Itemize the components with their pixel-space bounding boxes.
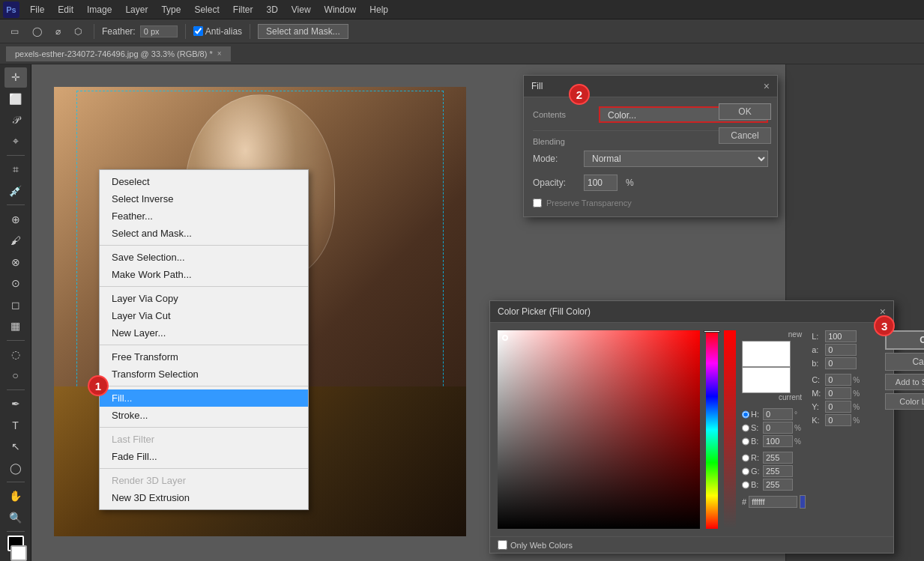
c-input[interactable]: [825, 374, 851, 386]
ctx-new-3d-extrusion[interactable]: New 3D Extrusion: [100, 489, 308, 506]
b-input[interactable]: [763, 435, 793, 447]
menu-view[interactable]: View: [286, 3, 317, 16]
tool-gradient[interactable]: ▦: [4, 316, 27, 336]
tool-eraser[interactable]: ◻: [4, 295, 27, 315]
hex-input[interactable]: [749, 496, 797, 508]
color-libraries-button[interactable]: Color Libraries: [885, 393, 924, 410]
b3-input[interactable]: [825, 357, 857, 369]
tool-background-color[interactable]: [10, 545, 27, 561]
menu-help[interactable]: Help: [363, 3, 394, 16]
alpha-bar[interactable]: [724, 330, 736, 529]
step2-indicator: 2: [569, 84, 590, 105]
preserve-label: Preserve Transparency: [546, 198, 632, 207]
ctx-deselect[interactable]: Deselect: [100, 173, 308, 190]
tool-shape-ellipse[interactable]: ◯: [28, 25, 46, 38]
mode-row: Mode: Normal: [533, 151, 768, 167]
hsb-fields: H: ° S: % B: %: [742, 408, 806, 447]
tool-move[interactable]: ✛: [4, 67, 27, 88]
b2-radio[interactable]: [742, 480, 749, 490]
ctx-transform-selection[interactable]: Transform Selection: [100, 366, 308, 383]
ctx-fill[interactable]: Fill...: [100, 389, 308, 407]
hue-bar-container[interactable]: [706, 330, 718, 529]
ctx-fade-fill[interactable]: Fade Fill...: [100, 448, 308, 465]
fill-dialog-close[interactable]: ×: [764, 80, 770, 92]
menu-filter[interactable]: Filter: [227, 3, 259, 16]
ctx-select-mask[interactable]: Select and Mask...: [100, 225, 308, 242]
r-radio[interactable]: [742, 453, 749, 463]
k-unit: %: [853, 416, 860, 425]
menu-3d[interactable]: 3D: [260, 3, 283, 16]
feather-input[interactable]: [140, 25, 178, 37]
menu-type[interactable]: Type: [155, 3, 187, 16]
anti-alias-checkbox[interactable]: [193, 26, 203, 36]
menu-window[interactable]: Window: [318, 3, 363, 16]
tool-shape[interactable]: ◯: [4, 458, 27, 478]
select-and-mask-button[interactable]: Select and Mask...: [258, 24, 348, 39]
menu-layer[interactable]: Layer: [119, 3, 154, 16]
ctx-new-layer[interactable]: New Layer...: [100, 324, 308, 342]
current-label: current: [742, 393, 806, 404]
m-input[interactable]: [825, 387, 851, 399]
tool-pen[interactable]: ✒: [4, 394, 27, 414]
tool-crop[interactable]: ⌗: [4, 160, 27, 180]
g-input[interactable]: [763, 465, 793, 477]
ctx-layer-via-cut[interactable]: Layer Via Cut: [100, 307, 308, 324]
color-spectrum-container[interactable]: [498, 330, 700, 529]
ctx-make-work-path[interactable]: Make Work Path...: [100, 266, 308, 283]
tool-history-brush[interactable]: ⊙: [4, 273, 27, 294]
tab-close-button[interactable]: ×: [217, 49, 222, 58]
opacity-input[interactable]: [584, 175, 617, 191]
tool-zoom[interactable]: 🔍: [4, 507, 27, 527]
y-input[interactable]: [825, 401, 851, 413]
tool-shape-rect[interactable]: ▭: [6, 25, 23, 38]
b-radio[interactable]: [742, 437, 749, 446]
tool-eyedropper[interactable]: 💉: [4, 181, 27, 201]
ctx-last-filter: Last Filter: [100, 431, 308, 448]
tool-dodge[interactable]: ○: [4, 366, 27, 386]
h-input[interactable]: [763, 408, 793, 420]
only-web-colors-checkbox[interactable]: [498, 540, 507, 550]
ctx-free-transform[interactable]: Free Transform: [100, 348, 308, 366]
color-picker-cancel-button[interactable]: Cancel: [885, 353, 924, 371]
context-menu: Deselect Select Inverse Feather... Selec…: [99, 169, 309, 510]
preserve-transparency-checkbox[interactable]: [533, 198, 542, 207]
tool-hand[interactable]: ✋: [4, 486, 27, 506]
opacity-row: Opacity: %: [533, 175, 768, 191]
tool-path-select[interactable]: ↖: [4, 437, 27, 457]
fill-cancel-button[interactable]: Cancel: [719, 127, 771, 144]
tool-selection-rect[interactable]: ⬜: [4, 89, 27, 109]
tool-brush[interactable]: 🖌: [4, 231, 27, 251]
menu-image[interactable]: Image: [81, 3, 118, 16]
ctx-feather[interactable]: Feather...: [100, 207, 308, 225]
menu-edit[interactable]: Edit: [52, 3, 79, 16]
tool-lasso[interactable]: ⌀: [51, 25, 65, 38]
s-input[interactable]: [763, 422, 793, 434]
mode-select[interactable]: Normal: [584, 151, 768, 167]
tool-polygon[interactable]: ⬡: [70, 25, 86, 38]
menu-select[interactable]: Select: [188, 3, 225, 16]
s-radio[interactable]: [742, 423, 749, 433]
tool-type[interactable]: T: [4, 415, 27, 435]
tool-spot-heal[interactable]: ⊕: [4, 209, 27, 229]
h-radio[interactable]: [742, 410, 749, 419]
r-input[interactable]: [763, 452, 793, 464]
tool-lasso-tool[interactable]: 𝒫: [4, 110, 27, 130]
k-input[interactable]: [825, 414, 851, 426]
add-to-swatches-button[interactable]: Add to Swatches: [885, 374, 924, 390]
ctx-sep3: [100, 345, 308, 345]
ctx-select-inverse[interactable]: Select Inverse: [100, 190, 308, 207]
tool-blur[interactable]: ◌: [4, 345, 27, 365]
document-tab[interactable]: pexels-esther-234072-746496.jpg @ 33.3% …: [6, 46, 231, 61]
hex-label: #: [742, 497, 746, 506]
ctx-save-selection[interactable]: Save Selection...: [100, 249, 308, 266]
b2-input[interactable]: [763, 479, 793, 491]
menu-file[interactable]: File: [24, 3, 50, 16]
l-input[interactable]: [825, 330, 857, 342]
fill-ok-button[interactable]: OK: [719, 103, 771, 120]
tool-stamp[interactable]: ⊗: [4, 252, 27, 272]
a-input[interactable]: [825, 344, 857, 356]
g-radio[interactable]: [742, 467, 749, 476]
ctx-stroke[interactable]: Stroke...: [100, 407, 308, 424]
tool-quick-select[interactable]: ⌖: [4, 132, 27, 152]
ctx-layer-via-copy[interactable]: Layer Via Copy: [100, 290, 308, 307]
